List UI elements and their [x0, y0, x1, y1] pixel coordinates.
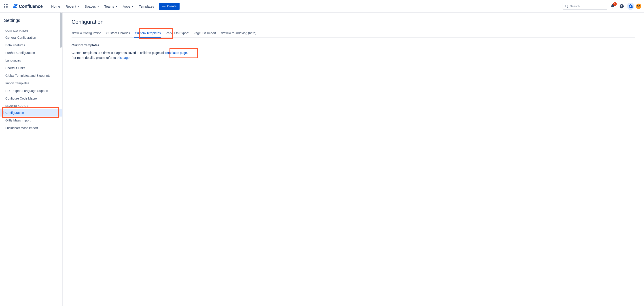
body-prefix-2: For more details, please refer to: [72, 56, 117, 60]
tab-page-ids-import[interactable]: Page IDs Import: [193, 31, 216, 37]
config-tabs: draw.io Configuration Custom Libraries C…: [72, 31, 635, 38]
svg-point-4: [6, 6, 7, 7]
svg-point-8: [8, 8, 8, 8]
sidebar-item-shortcut-links[interactable]: Shortcut Links: [0, 64, 62, 72]
gear-icon: [628, 4, 633, 9]
notification-badge: 1: [613, 2, 617, 6]
svg-text:?: ?: [621, 5, 622, 8]
svg-point-3: [4, 6, 5, 7]
create-button[interactable]: Create: [159, 3, 180, 10]
nav-teams-label: Teams: [104, 4, 114, 8]
nav-apps[interactable]: Apps: [120, 3, 136, 10]
tab-custom-libraries[interactable]: Custom Libraries: [106, 31, 130, 37]
this-page-link[interactable]: this page: [117, 56, 130, 60]
nav-templates[interactable]: Templates: [137, 3, 156, 10]
sidebar-item-lucidchart-import[interactable]: Lucidchart Mass Import: [0, 124, 62, 132]
svg-point-1: [6, 4, 7, 5]
sidebar-item-languages[interactable]: Languages: [0, 56, 62, 64]
body-prefix-1: Custom templates are draw.io diagrams sa…: [72, 51, 165, 54]
templates-page-link[interactable]: Templates page: [165, 51, 187, 54]
app-switcher-icon[interactable]: [3, 3, 10, 10]
nav-home-label: Home: [51, 4, 60, 8]
plus-icon: [162, 4, 166, 8]
chevron-down-icon: [132, 6, 134, 7]
sidebar-item-further-configuration[interactable]: Further Configuration: [0, 49, 62, 56]
search-input[interactable]: [570, 4, 605, 8]
nav-apps-label: Apps: [123, 4, 130, 8]
sidebar-item-code-macro[interactable]: Configure Code Macro: [0, 94, 62, 102]
settings-button[interactable]: [627, 3, 634, 10]
sidebar-item-pdf-export[interactable]: PDF Export Language Support: [0, 87, 62, 94]
nav-templates-label: Templates: [139, 4, 154, 8]
settings-sidebar: Settings CONFIGURATION General Configura…: [0, 12, 62, 306]
sidebar-item-gliffy-import[interactable]: Gliffy Mass Import: [0, 116, 62, 124]
nav-recent-label: Recent: [66, 4, 76, 8]
confluence-icon: [12, 3, 18, 10]
chevron-down-icon: [77, 6, 79, 7]
svg-point-2: [8, 4, 8, 5]
section-title: Custom Templates: [72, 44, 635, 47]
chevron-down-icon: [97, 6, 99, 7]
svg-point-0: [4, 4, 5, 5]
svg-point-7: [6, 8, 7, 8]
primary-nav: Home Recent Spaces Teams Apps Templates: [49, 3, 156, 10]
sidebar-item-beta-features[interactable]: Beta Features: [0, 42, 62, 49]
body-suffix-1: .: [187, 51, 188, 54]
tab-custom-templates[interactable]: Custom Templates: [134, 31, 161, 37]
tab-page-ids-export[interactable]: Page IDs Export: [165, 31, 189, 37]
tab-reindexing[interactable]: draw.io re-indexing (beta): [220, 31, 257, 37]
sidebar-item-import-templates[interactable]: Import Templates: [0, 80, 62, 87]
body-suffix-2: .: [130, 56, 130, 60]
nav-teams[interactable]: Teams: [102, 3, 120, 10]
main-content: Configuration draw.io Configuration Cust…: [62, 12, 644, 306]
top-navigation: Confluence Home Recent Spaces Teams Apps…: [0, 0, 644, 12]
nav-recent[interactable]: Recent: [63, 3, 82, 10]
tab-drawio-config[interactable]: draw.io Configuration: [72, 31, 102, 37]
sidebar-item-general-configuration[interactable]: General Configuration: [0, 34, 62, 42]
sidebar-group-configuration: CONFIGURATION: [0, 27, 62, 34]
page-title: Configuration: [72, 19, 635, 25]
search-icon: [565, 4, 568, 8]
help-button[interactable]: ?: [618, 3, 625, 10]
svg-point-5: [8, 6, 8, 7]
create-label: Create: [167, 4, 176, 8]
svg-point-6: [4, 8, 5, 8]
avatar[interactable]: DB: [636, 4, 641, 9]
sidebar-title: Settings: [0, 18, 62, 27]
nav-spaces-label: Spaces: [84, 4, 96, 8]
sidebar-scrollbar[interactable]: [60, 12, 62, 306]
search-box[interactable]: [562, 3, 607, 10]
notifications-button[interactable]: 1: [609, 3, 616, 10]
sidebar-item-global-templates[interactable]: Global Templates and Blueprints: [0, 72, 62, 80]
nav-spaces[interactable]: Spaces: [82, 3, 101, 10]
sidebar-item-drawio-configuration[interactable]: Configuration: [0, 109, 62, 116]
body-text: Custom templates are draw.io diagrams sa…: [72, 50, 635, 60]
confluence-logo[interactable]: Confluence: [11, 3, 44, 10]
sidebar-group-drawio: DRAW.IO ADD-ON: [0, 102, 62, 109]
nav-home[interactable]: Home: [49, 3, 62, 10]
product-name: Confluence: [19, 4, 43, 9]
help-icon: ?: [619, 4, 624, 9]
chevron-down-icon: [116, 6, 118, 7]
